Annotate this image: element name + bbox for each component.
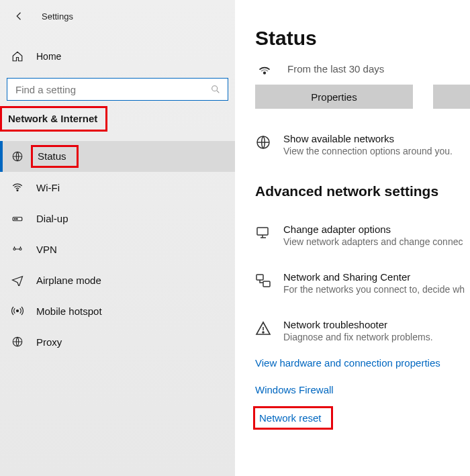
svg-point-8 <box>17 310 19 312</box>
sidebar: Settings Home Network & Internet <box>0 0 235 476</box>
network-sharing-center[interactable]: Network and Sharing Center For the netwo… <box>255 271 470 295</box>
properties-button[interactable]: Properties <box>255 85 413 109</box>
sidebar-item-hotspot[interactable]: Mobile hotspot <box>0 295 235 326</box>
item-subtitle: View network adapters and change connec <box>283 236 463 247</box>
sidebar-item-wifi[interactable]: Wi-Fi <box>0 172 235 203</box>
svg-point-4 <box>15 218 16 220</box>
link-windows-firewall[interactable]: Windows Firewall <box>255 384 334 395</box>
home-label: Home <box>36 51 61 62</box>
search-icon <box>210 84 221 95</box>
item-title: Change adapter options <box>283 224 463 235</box>
back-arrow-icon[interactable] <box>13 10 26 22</box>
show-available-networks[interactable]: Show available networks View the connect… <box>255 133 470 156</box>
proxy-icon <box>11 336 24 348</box>
sidebar-item-airplane[interactable]: Airplane mode <box>0 265 235 295</box>
svg-rect-14 <box>263 281 270 287</box>
sidebar-item-status[interactable]: Status <box>0 141 235 172</box>
sidebar-item-home[interactable]: Home <box>0 42 235 71</box>
network-icon <box>255 271 271 295</box>
search-input[interactable] <box>7 78 228 101</box>
connection-summary: From the last 30 days <box>255 62 470 75</box>
globe-icon <box>255 133 271 156</box>
item-subtitle: View the connection options around you. <box>283 146 453 156</box>
change-adapter-options[interactable]: Change adapter options View network adap… <box>255 224 470 247</box>
item-subtitle: Diagnose and fix network problems. <box>283 332 433 342</box>
sidebar-item-dialup[interactable]: Dial-up <box>0 203 235 234</box>
monitor-icon <box>255 224 271 247</box>
svg-point-5 <box>17 218 18 220</box>
wifi-icon <box>11 181 24 193</box>
airplane-icon <box>11 274 24 286</box>
sidebar-item-vpn[interactable]: VPN <box>0 234 235 265</box>
link-network-reset[interactable]: Network reset <box>255 408 331 428</box>
sidebar-item-label: Wi-Fi <box>36 182 60 193</box>
sidebar-section-network: Network & Internet <box>0 106 107 132</box>
dialup-icon <box>11 212 24 224</box>
titlebar: Settings <box>0 0 235 32</box>
home-icon <box>11 50 24 62</box>
sidebar-item-label: Proxy <box>36 336 62 348</box>
svg-point-6 <box>13 248 15 250</box>
item-title: Network and Sharing Center <box>283 271 465 283</box>
svg-point-2 <box>17 190 18 191</box>
main-content: Status From the last 30 days Properties … <box>235 0 470 476</box>
svg-rect-13 <box>256 275 263 280</box>
item-subtitle: For the networks you connect to, decide … <box>283 284 465 295</box>
svg-rect-12 <box>257 228 268 235</box>
sidebar-item-label: Mobile hotspot <box>36 305 102 317</box>
sidebar-item-label: Airplane mode <box>36 275 101 286</box>
search-field[interactable] <box>14 83 210 96</box>
sidebar-item-label: Status <box>38 150 66 162</box>
data-usage-button[interactable] <box>433 85 470 109</box>
svg-point-7 <box>19 248 21 250</box>
connection-subtext: From the last 30 days <box>287 63 384 75</box>
window-title: Settings <box>42 11 73 21</box>
warning-icon <box>255 319 271 342</box>
svg-point-10 <box>264 72 266 74</box>
hotspot-icon <box>11 305 24 317</box>
page-title: Status <box>255 27 470 50</box>
wifi-signal-icon <box>255 62 274 75</box>
svg-point-15 <box>263 332 264 333</box>
sidebar-item-label: VPN <box>36 244 57 255</box>
sidebar-nav: Status Wi-Fi Dial-up VPN <box>0 141 235 357</box>
globe-icon <box>11 150 24 162</box>
advanced-section-title: Advanced network settings <box>255 183 470 199</box>
item-title: Show available networks <box>283 133 453 144</box>
sidebar-section-label: Network & Internet <box>8 113 97 124</box>
sidebar-item-proxy[interactable]: Proxy <box>0 326 235 357</box>
vpn-icon <box>11 243 24 255</box>
link-hardware-properties[interactable]: View hardware and connection properties <box>255 357 440 369</box>
svg-point-0 <box>212 86 218 91</box>
sidebar-item-label: Dial-up <box>36 213 68 224</box>
network-troubleshooter[interactable]: Network troubleshooter Diagnose and fix … <box>255 319 470 342</box>
item-title: Network troubleshooter <box>283 319 433 330</box>
